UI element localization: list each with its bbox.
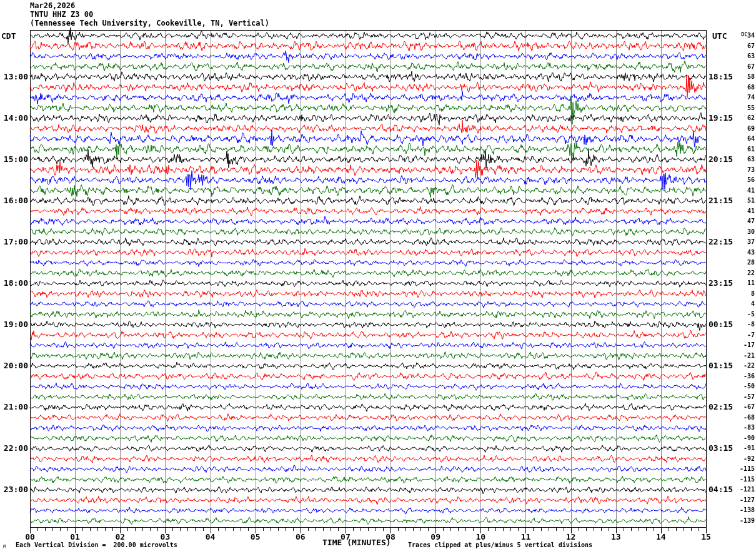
dc-offset-value: 41 (712, 187, 755, 194)
dc-offset-value: -127 (712, 496, 755, 503)
corner-mark: M (3, 544, 6, 549)
dc-offset-value: -138 (712, 506, 755, 513)
dc-offset-value: -8 (712, 321, 755, 328)
dc-offset-value: -121 (712, 486, 755, 493)
minute-tick-label: 09 (423, 532, 448, 541)
dc-offset-value: 51 (712, 197, 755, 204)
dc-offset-value: 69 (712, 125, 755, 132)
dc-offset-value: -91 (712, 445, 755, 451)
dc-offset-value: -5 (712, 311, 755, 318)
dc-offset-value: 41 (712, 208, 755, 214)
dc-offset-value: -17 (712, 341, 755, 348)
hour-label-left: 13:00 (0, 72, 28, 81)
minute-tick-label: 04 (198, 532, 223, 541)
helicorder-canvas (0, 0, 756, 554)
dc-offset-value: 73 (712, 166, 755, 173)
dc-offset-value: -90 (712, 435, 755, 441)
dc-offset-value: -92 (712, 455, 755, 462)
dc-offset-value: 43 (712, 249, 755, 256)
clipping-note: Traces clipped at plus/minus 5 vertical … (408, 541, 592, 548)
hour-label-left: 18:00 (0, 278, 28, 288)
dc-offset-value: -115 (712, 465, 755, 472)
minute-tick-label: 13 (604, 532, 629, 541)
minute-tick-label: 15 (694, 532, 719, 541)
dc-offset-value: -50 (712, 383, 755, 390)
dc-offset-value: -83 (712, 424, 755, 431)
dc-offset-value: 30 (712, 228, 755, 235)
dc-offset-value: 67 (712, 43, 755, 49)
dc-offset-value: -22 (712, 362, 755, 369)
timezone-label-left: CDT (1, 31, 16, 41)
dc-offset-value: 61 (712, 146, 755, 153)
hour-label-left: 17:00 (0, 237, 28, 246)
minute-tick-label: 02 (107, 532, 132, 541)
hour-label-left: 23:00 (0, 485, 28, 494)
dc-offset-value: 64 (712, 135, 755, 142)
dc-offset-value: -21 (712, 352, 755, 359)
minute-tick-label: 06 (288, 532, 313, 541)
dc-offset-value: -7 (712, 331, 755, 338)
dc-offset-value: 63 (712, 53, 755, 59)
minute-tick-label: 00 (17, 532, 42, 541)
hour-label-left: 21:00 (0, 402, 28, 411)
title-description: (Tennessee Tech University, Cookeville, … (30, 19, 269, 28)
hour-label-left: 14:00 (0, 113, 28, 123)
dc-offset-value: -36 (712, 373, 755, 380)
time-axis-title: TIME (MINUTES) (322, 538, 391, 547)
hour-label-left: 19:00 (0, 320, 28, 329)
minute-tick-label: 11 (513, 532, 538, 541)
helicorder-page: Mar26,2026 TNTU HHZ Z3 00 (Tennessee Tec… (0, 0, 756, 554)
vertical-division-note: Each Vertical Division = 200.00 microvol… (16, 541, 177, 548)
dc-offset-value: 22 (712, 269, 755, 276)
dc-offset-value: 56 (712, 176, 755, 183)
dc-offset-value: 62 (712, 114, 755, 121)
minute-tick-label: 10 (468, 532, 493, 541)
dc-offset-value: 68 (712, 84, 755, 91)
dc-offset-value: -57 (712, 393, 755, 400)
dc-offset-value: -67 (712, 403, 755, 410)
minute-tick-label: 12 (559, 532, 584, 541)
dc-offset-value: 47 (712, 218, 755, 224)
dc-offset-value: 8 (712, 290, 755, 297)
dc-offset-value: 28 (712, 259, 755, 266)
dc-offset-value: DC34 (712, 32, 755, 39)
dc-offset-value: 67 (712, 63, 755, 70)
dc-offset-value: 58 (712, 73, 755, 80)
dc-offset-value: 4 (712, 300, 755, 307)
hour-label-left: 15:00 (0, 154, 28, 164)
dc-offset-value: -139 (712, 517, 755, 524)
dc-offset-first: 34 (747, 32, 755, 39)
dc-offset-value: -115 (712, 476, 755, 483)
title-date: Mar26,2026 (30, 1, 75, 10)
minute-tick-label: 01 (62, 532, 87, 541)
dc-offset-value: 74 (712, 94, 755, 101)
dc-offset-value: 11 (712, 280, 755, 286)
hour-label-left: 22:00 (0, 443, 28, 453)
title-station: TNTU HHZ Z3 00 (30, 10, 93, 19)
minute-tick-label: 05 (243, 532, 268, 541)
dc-offset-value: -68 (712, 414, 755, 421)
dc-offset-value: 37 (712, 238, 755, 245)
minute-tick-label: 03 (152, 532, 177, 541)
dc-offset-value: 55 (712, 104, 755, 111)
dc-offset-value: 63 (712, 156, 755, 163)
hour-label-left: 16:00 (0, 196, 28, 205)
dc-label: DC (741, 32, 747, 38)
minute-tick-label: 14 (649, 532, 674, 541)
hour-label-left: 20:00 (0, 361, 28, 370)
